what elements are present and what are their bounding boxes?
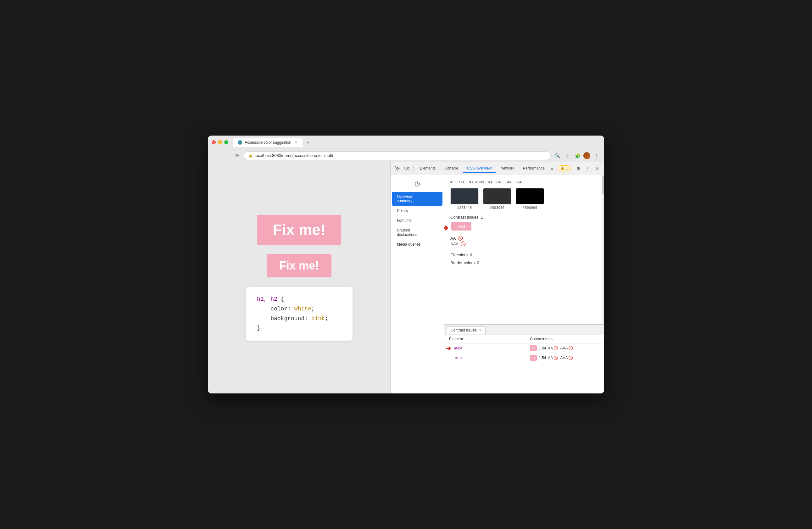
new-tab-button[interactable]: + [304, 138, 312, 146]
menu-button[interactable]: ⋮ [592, 152, 600, 160]
table-row-1-wrapper: ➜ #text Aa 1.54 AA 🚫 AAA 🚫 [444, 343, 604, 353]
browser-tab-active[interactable]: Accessible color suggestion × [233, 138, 303, 147]
swatch-000000-chip[interactable] [516, 188, 544, 204]
swatch-aba800: #ABA800 [469, 180, 484, 184]
tab-elements[interactable]: Elements [416, 164, 440, 173]
contrast-issues-tab-close[interactable]: × [479, 328, 481, 332]
traffic-lights [212, 140, 228, 144]
more-tabs-button[interactable]: » [549, 166, 555, 171]
fill-colors-section: Fill colors: 0 [450, 253, 598, 257]
tab-favicon [238, 140, 242, 145]
table-row-1[interactable]: #text Aa 1.54 AA 🚫 AAA 🚫 [453, 343, 604, 353]
sidebar-item-font-info[interactable]: Font info [392, 216, 443, 225]
contrast-issues-tab[interactable]: Contrast issues × [447, 327, 485, 334]
element-link-1[interactable]: #text [454, 346, 527, 351]
page-inner: Fix me! Fix me! h1, h2 { color: white; b… [246, 215, 352, 340]
settings-button[interactable]: ⚙ [574, 164, 583, 173]
swatch-2e3440-chip[interactable] [450, 188, 479, 204]
tab-network[interactable]: Network [496, 164, 519, 173]
toolbar-icons: 🔍 ☆ 🧩 ⋮ [553, 152, 600, 160]
code-line-1: h1, h2 { [257, 295, 341, 304]
red-arrow-1: ➜ [444, 223, 448, 233]
browser-window: Accessible color suggestion × + ← → ⟳ 🔒 … [208, 135, 604, 394]
forward-button[interactable]: → [222, 152, 231, 160]
contrast-issues-label: Contrast issues: 1 [450, 215, 598, 219]
tab-console[interactable]: Console [440, 164, 463, 173]
tab-bar: Accessible color suggestion × + [233, 138, 600, 147]
border-colors-section: Border colors: 0 [450, 260, 598, 265]
warning-icon: ⚠️ [561, 166, 565, 170]
more-options-button[interactable]: ⋮ [583, 164, 592, 173]
bottom-panel: Contrast issues × Element Contrast ratio [444, 324, 604, 394]
profile-avatar[interactable] [583, 152, 590, 159]
swatch-aba800-label: #ABA800 [469, 180, 484, 184]
back-button[interactable]: ← [212, 152, 220, 160]
contrast-issues-tab-label: Contrast issues [451, 328, 477, 332]
aa-no-icon: 🚫 [458, 235, 463, 241]
contrast-issues-table: Element Contrast ratio ➜ #text Aa [444, 335, 604, 394]
swatches-row-1: #FFFFFF #ABA800 #AD00A1 #4C566A [450, 180, 598, 184]
tab-performance[interactable]: Performance [519, 164, 549, 173]
fix-me-heading-1: Fix me! [273, 221, 325, 238]
table-row-2[interactable]: #text Aa 1.54 AA 🚫 AAA 🚫 [444, 353, 604, 363]
tab-css-overview[interactable]: CSS Overview [463, 164, 496, 173]
sidebar-item-overview-summary[interactable]: Overviewsummary [392, 192, 443, 206]
aa-aaa-section: AA 🚫 AAA 🚫 [450, 235, 598, 246]
warning-count: 1 [566, 167, 568, 170]
svg-point-4 [417, 185, 418, 185]
devtools-action-buttons: ⚙ ⋮ ✕ [574, 164, 601, 173]
text-demo-label: Text [458, 224, 465, 229]
url-display: localhost:8080/demo/accessible-color-mul… [255, 153, 333, 158]
bookmark-button[interactable]: ☆ [563, 152, 571, 160]
ratio-value-2: 1.54 [539, 356, 546, 360]
maximize-traffic-light[interactable] [224, 140, 228, 144]
fix-me-box-1: Fix me! [257, 215, 341, 245]
code-line-3: background: pink; [257, 314, 341, 324]
address-input[interactable]: 🔒 localhost:8080/demo/accessible-color-m… [244, 151, 551, 160]
sidebar-top-icon[interactable] [412, 179, 422, 189]
swatch-303030-label: #303030 [490, 206, 505, 210]
zoom-button[interactable]: 🔍 [553, 152, 561, 160]
aa-status-2: AA 🚫 [548, 356, 558, 360]
devtools-panel: Elements Console CSS Overview Network Pe… [390, 162, 604, 394]
inspect-element-button[interactable] [393, 164, 402, 173]
device-toolbar-button[interactable] [403, 164, 411, 173]
aaa-no-icon: 🚫 [460, 241, 466, 246]
aa-row: AA 🚫 [450, 235, 598, 241]
red-arrow-2: ➜ [445, 344, 451, 353]
swatch-303030[interactable]: #303030 [483, 188, 511, 210]
aa-chip-2: Aa [530, 355, 537, 361]
close-traffic-light[interactable] [212, 140, 216, 144]
main-scrollbar-thumb[interactable] [602, 175, 604, 195]
lock-icon: 🔒 [248, 154, 253, 158]
swatch-303030-chip[interactable] [483, 188, 511, 204]
contrast-issue-demo[interactable]: Text [451, 222, 472, 230]
aaa-label: AAA [450, 242, 459, 246]
col-header-ratio: Contrast ratio [530, 337, 599, 341]
col-header-element: Element [449, 337, 530, 341]
sidebar-item-media-queries[interactable]: Media queries [392, 240, 443, 249]
aa-chip-1: Aa [530, 345, 537, 351]
aaa-row: AAA 🚫 [450, 241, 598, 246]
toolbar-separator [413, 166, 414, 172]
reload-button[interactable]: ⟳ [233, 152, 241, 160]
tab-close-button[interactable]: × [294, 140, 298, 145]
code-line-2: color: white; [257, 304, 341, 314]
swatch-4c566a-label: #4C566A [507, 180, 522, 184]
fill-colors-label: Fill colors: 0 [450, 253, 598, 257]
swatch-ad00a1-label: #AD00A1 [489, 180, 503, 184]
svg-rect-1 [408, 168, 409, 169]
close-devtools-button[interactable]: ✕ [593, 164, 601, 173]
swatch-000000[interactable]: #000000 [516, 188, 544, 210]
sidebar-item-unused-declarations[interactable]: Unuseddeclarations [392, 226, 443, 239]
ratio-value-1: 1.54 [539, 346, 546, 351]
ratio-cell-1: Aa 1.54 AA 🚫 AAA 🚫 [530, 345, 599, 351]
devtools-sidebar: Overviewsummary Colors Font info Unusedd… [391, 175, 444, 394]
devtools-content: Overviewsummary Colors Font info Unusedd… [391, 175, 604, 394]
swatch-2e3440[interactable]: #2E3440 [450, 188, 479, 210]
sidebar-item-colors[interactable]: Colors [392, 206, 443, 215]
devtools-toolbar: Elements Console CSS Overview Network Pe… [391, 162, 604, 175]
minimize-traffic-light[interactable] [218, 140, 222, 144]
extensions-button[interactable]: 🧩 [573, 152, 581, 160]
element-link-2[interactable]: #text [455, 356, 527, 360]
